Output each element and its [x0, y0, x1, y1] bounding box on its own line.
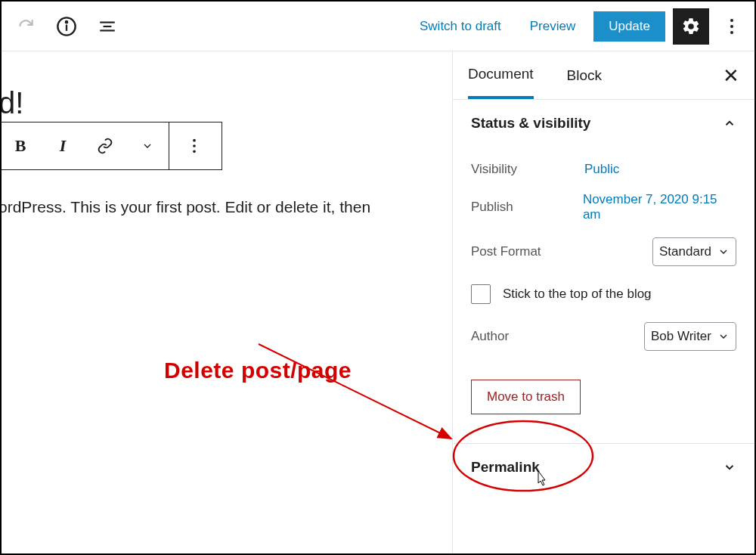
bold-button[interactable]: B: [2, 122, 42, 169]
sidebar-tabs: Document Block ✕: [453, 51, 754, 100]
svg-point-10: [193, 144, 196, 147]
chevron-up-icon: [723, 116, 736, 130]
annotation-label: Delete post/page: [164, 358, 352, 383]
block-more-button[interactable]: [169, 122, 219, 169]
panel-permalink-title: Permalink: [471, 459, 540, 476]
toolbar-left: [9, 10, 124, 43]
visibility-row: Visibility Public: [471, 162, 736, 177]
close-sidebar-button[interactable]: ✕: [723, 66, 739, 85]
author-select[interactable]: Bob Writer: [644, 322, 736, 351]
svg-point-8: [730, 31, 733, 34]
block-toolbar: B I: [2, 122, 222, 170]
update-button[interactable]: Update: [593, 11, 665, 42]
sticky-label: Stick to the top of the blog: [503, 287, 652, 302]
sticky-row: Stick to the top of the blog: [471, 284, 736, 304]
visibility-label: Visibility: [471, 162, 584, 177]
chevron-down-icon: [717, 246, 730, 258]
redo-button[interactable]: [9, 10, 42, 43]
svg-point-11: [193, 150, 196, 153]
panel-status-body: Visibility Public Publish November 7, 20…: [453, 147, 754, 443]
svg-point-7: [730, 25, 733, 28]
post-format-select[interactable]: Standard: [652, 237, 736, 266]
visibility-value[interactable]: Public: [584, 162, 619, 177]
publish-row: Publish November 7, 2020 9:15 am: [471, 192, 736, 222]
panel-status-header[interactable]: Status & visibility: [453, 100, 754, 147]
editor-canvas[interactable]: d! B I ordPress. This is your first post…: [2, 51, 452, 553]
sticky-checkbox[interactable]: [471, 284, 491, 304]
italic-button[interactable]: I: [42, 122, 84, 169]
gear-icon: [681, 17, 701, 36]
post-title[interactable]: d!: [2, 86, 452, 120]
preview-link[interactable]: Preview: [519, 13, 586, 40]
top-toolbar: Switch to draft Preview Update: [2, 2, 754, 51]
chevron-down-icon: [717, 330, 730, 343]
tab-block[interactable]: Block: [567, 54, 602, 98]
toolbar-right: Switch to draft Preview Update: [409, 8, 747, 45]
kebab-menu-button[interactable]: [717, 11, 747, 42]
post-format-label: Post Format: [471, 244, 541, 259]
chevron-down-icon: [141, 140, 153, 152]
main-area: d! B I ordPress. This is your first post…: [2, 51, 754, 553]
paragraph-block[interactable]: ordPress. This is your first post. Edit …: [2, 194, 452, 220]
post-format-row: Post Format Standard: [471, 237, 736, 266]
switch-to-draft-link[interactable]: Switch to draft: [409, 13, 512, 40]
author-value: Bob Writer: [651, 329, 711, 344]
svg-point-2: [66, 21, 67, 23]
svg-point-6: [730, 19, 733, 22]
author-label: Author: [471, 329, 509, 344]
post-format-value: Standard: [659, 244, 711, 259]
link-button[interactable]: [84, 122, 126, 169]
author-row: Author Bob Writer: [471, 322, 736, 351]
publish-label: Publish: [471, 200, 583, 215]
chevron-down-icon: [723, 460, 736, 474]
settings-sidebar: Document Block ✕ Status & visibility Vis…: [452, 51, 754, 553]
svg-point-9: [193, 139, 196, 142]
outline-icon[interactable]: [91, 10, 124, 43]
panel-status-title: Status & visibility: [471, 115, 590, 132]
panel-permalink-header[interactable]: Permalink: [453, 443, 754, 491]
dots-vertical-icon: [192, 138, 197, 154]
more-rich-text-button[interactable]: [126, 122, 169, 169]
tab-document[interactable]: Document: [468, 52, 534, 99]
settings-button[interactable]: [673, 8, 709, 45]
move-to-trash-button[interactable]: Move to trash: [471, 380, 581, 414]
link-icon: [97, 138, 113, 154]
info-icon[interactable]: [50, 10, 83, 43]
publish-value[interactable]: November 7, 2020 9:15 am: [583, 192, 736, 222]
